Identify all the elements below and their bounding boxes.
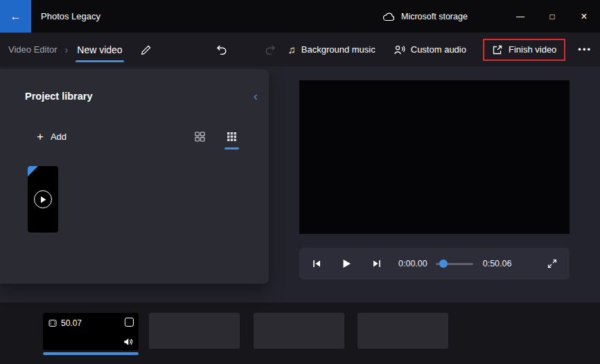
playback-controls: 0:00.00 0:50.06	[299, 248, 570, 280]
close-button[interactable]: ×	[568, 0, 600, 33]
maximize-button[interactable]: □	[536, 0, 568, 33]
library-actions-row: + Add	[37, 130, 238, 143]
next-frame-icon[interactable]	[371, 257, 383, 270]
fullscreen-icon[interactable]	[546, 257, 558, 270]
storage-status[interactable]: Microsoft storage	[382, 0, 468, 33]
minimize-icon: —	[516, 12, 524, 21]
undo-icon[interactable]	[213, 41, 230, 58]
custom-audio-icon	[394, 44, 405, 55]
add-media-button[interactable]: + Add	[37, 131, 67, 143]
previous-frame-icon[interactable]	[310, 257, 323, 270]
music-note-icon: ♫	[288, 44, 296, 55]
finish-video-annotation: Finish video	[483, 39, 565, 61]
timeline-empty-slot	[358, 313, 448, 349]
timeline-empty-slot	[149, 313, 240, 349]
titlebar: ← Photos Legacy Microsoft storage — □ ×	[0, 0, 600, 33]
storage-label: Microsoft storage	[401, 12, 468, 21]
timeline-empty-slot	[254, 313, 344, 349]
plus-icon: +	[37, 131, 44, 143]
toolbar-right-group: ♫ Background music Custom audio Finish v…	[288, 39, 592, 61]
project-library-panel: Project library ‹ + Add	[0, 69, 269, 284]
add-label: Add	[51, 131, 67, 142]
redo-icon	[262, 41, 279, 58]
timeline-clip[interactable]: 50.07	[43, 313, 139, 350]
maximize-icon: □	[549, 12, 554, 21]
custom-audio-label: Custom audio	[411, 44, 466, 55]
grid-small-view-icon[interactable]	[225, 130, 238, 143]
finish-video-button[interactable]: Finish video	[492, 44, 556, 55]
play-overlay-icon	[34, 190, 52, 208]
custom-audio-button[interactable]: Custom audio	[394, 44, 466, 55]
seek-thumb[interactable]	[439, 260, 448, 268]
seek-slider[interactable]	[436, 259, 473, 269]
library-video-thumbnail[interactable]	[28, 166, 58, 233]
video-preview[interactable]	[299, 80, 570, 234]
more-options-icon[interactable]: •••	[578, 44, 592, 55]
close-icon: ×	[581, 10, 587, 23]
breadcrumb-separator-icon: ›	[65, 44, 69, 55]
back-button[interactable]: ←	[0, 0, 31, 33]
app-title: Photos Legacy	[41, 11, 100, 21]
corner-fold-icon	[28, 166, 38, 176]
background-music-button[interactable]: ♫ Background music	[288, 44, 376, 55]
project-library-title: Project library	[25, 91, 93, 102]
breadcrumb-video-editor[interactable]: Video Editor	[8, 44, 58, 55]
export-icon	[492, 44, 503, 55]
view-toggles	[193, 130, 238, 143]
editor-toolbar: Video Editor › New video ♫ Background mu…	[0, 33, 600, 66]
storyboard-timeline: 50.07	[0, 302, 600, 364]
collapse-panel-icon[interactable]: ‹	[254, 90, 258, 102]
project-library-header: Project library ‹	[25, 90, 258, 102]
clip-selected-indicator	[43, 352, 139, 355]
grid-large-view-icon[interactable]	[193, 130, 206, 143]
current-time: 0:00.00	[398, 259, 427, 269]
total-duration: 0:50.06	[483, 259, 512, 269]
clip-volume-icon[interactable]	[123, 338, 133, 346]
clip-duration-icon	[48, 319, 57, 327]
background-music-label: Background music	[301, 44, 376, 55]
finish-video-label: Finish video	[509, 44, 556, 55]
back-arrow-icon: ←	[10, 10, 21, 23]
play-button-icon[interactable]	[341, 257, 353, 270]
cloud-icon	[382, 12, 395, 21]
rename-pencil-icon[interactable]	[138, 42, 155, 58]
photos-legacy-window: ← Photos Legacy Microsoft storage — □ × …	[0, 0, 600, 364]
tab-new-video[interactable]: New video	[76, 33, 123, 66]
window-controls: — □ ×	[504, 0, 600, 33]
clip-duration: 50.07	[61, 318, 82, 328]
minimize-button[interactable]: —	[504, 0, 536, 33]
clip-meta: 50.07	[48, 318, 82, 328]
clip-checkbox[interactable]	[125, 318, 134, 327]
